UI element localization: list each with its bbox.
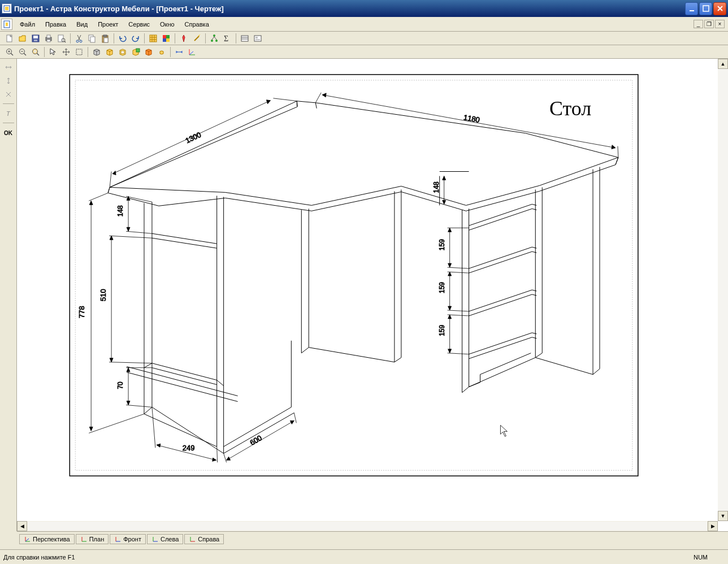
scroll-track[interactable] <box>718 69 728 511</box>
redo-button[interactable] <box>129 33 142 44</box>
tree-button[interactable] <box>208 33 220 44</box>
svg-rect-1 <box>5 7 8 10</box>
box-small-button[interactable] <box>155 46 168 58</box>
separator-icon <box>3 123 14 124</box>
copy-button[interactable] <box>86 33 98 44</box>
zoom-out-button[interactable] <box>16 46 29 58</box>
wand-button[interactable] <box>190 33 203 44</box>
separator-icon <box>114 33 114 44</box>
axis-icon <box>114 536 121 543</box>
tab-front[interactable]: Фронт <box>110 534 146 544</box>
snap2-button[interactable] <box>2 75 15 87</box>
separator-icon <box>175 33 175 44</box>
card-button[interactable] <box>239 33 251 44</box>
dim-510: 510 <box>99 289 107 301</box>
tab-perspective[interactable]: Перспектива <box>19 534 75 544</box>
cut-button[interactable] <box>73 33 85 44</box>
axis-button[interactable] <box>186 46 198 58</box>
menu-file[interactable]: Файл <box>15 19 40 29</box>
svg-rect-24 <box>163 35 166 38</box>
text-button[interactable]: T <box>2 107 15 120</box>
scroll-up-icon[interactable]: ▲ <box>718 59 728 69</box>
mdi-close-button[interactable]: × <box>715 20 725 28</box>
mdi-restore-button[interactable]: ❐ <box>704 20 714 28</box>
svg-rect-37 <box>255 37 258 38</box>
menu-window[interactable]: Окно <box>155 19 180 29</box>
select-button[interactable] <box>47 46 59 58</box>
view-tabs: Перспектива План Фронт Слева Справа <box>17 531 728 546</box>
svg-line-47 <box>37 53 39 55</box>
color-button[interactable] <box>160 33 172 44</box>
label-button[interactable] <box>252 33 264 44</box>
box-gray-button[interactable] <box>90 46 103 58</box>
zoom-window-button[interactable] <box>29 46 42 58</box>
menu-view[interactable]: Вид <box>71 19 93 29</box>
dimension-button[interactable] <box>173 46 185 58</box>
svg-rect-48 <box>33 50 37 53</box>
drawing-canvas[interactable]: Стол <box>17 59 718 521</box>
snap3-button[interactable] <box>2 88 15 101</box>
svg-line-28 <box>194 36 199 41</box>
tab-label: Перспектива <box>33 536 70 543</box>
tab-label: План <box>89 536 105 543</box>
close-button[interactable] <box>713 2 726 15</box>
tab-right[interactable]: Справа <box>184 534 224 544</box>
status-num: NUM <box>694 554 725 561</box>
status-hint: Для справки нажмите F1 <box>3 554 75 561</box>
minimize-button[interactable] <box>685 2 698 15</box>
mdi-minimize-button[interactable]: _ <box>694 20 703 28</box>
scroll-track[interactable] <box>27 521 708 531</box>
maximize-button[interactable] <box>699 2 712 15</box>
scroll-down-icon[interactable]: ▼ <box>718 511 728 521</box>
tab-label: Справа <box>198 536 219 543</box>
snap1-button[interactable] <box>2 61 15 73</box>
box-yellow-button[interactable] <box>103 46 116 58</box>
box-orange-button[interactable] <box>142 46 155 58</box>
pin-button[interactable] <box>177 33 190 44</box>
tab-label: Слева <box>161 536 179 543</box>
svg-rect-22 <box>104 38 108 42</box>
dim-148b: 148 <box>432 181 440 193</box>
save-button[interactable] <box>29 33 42 44</box>
dim-159b: 159 <box>438 282 446 293</box>
menu-project[interactable]: Проект <box>93 19 123 29</box>
document-icon <box>1 19 12 30</box>
svg-line-55 <box>189 51 193 55</box>
new-button[interactable] <box>3 33 16 44</box>
left-toolbar: T OK <box>0 59 17 531</box>
scroll-right-icon[interactable]: ▶ <box>708 521 718 531</box>
menu-help[interactable]: Справка <box>180 19 214 29</box>
scroll-left-icon[interactable]: ◀ <box>17 521 27 531</box>
print-button[interactable] <box>42 33 55 44</box>
selection-box-button[interactable] <box>73 46 85 58</box>
horizontal-scrollbar[interactable]: ◀ ▶ <box>17 521 718 531</box>
open-button[interactable] <box>16 33 29 44</box>
dim-70: 70 <box>116 381 124 389</box>
paste-button[interactable] <box>99 33 111 44</box>
svg-rect-49 <box>76 49 82 55</box>
svg-rect-19 <box>90 37 95 42</box>
ok-button[interactable]: OK <box>2 127 15 139</box>
tab-plan[interactable]: План <box>76 534 109 544</box>
svg-rect-8 <box>33 36 38 38</box>
print-preview-button[interactable] <box>55 33 68 44</box>
menu-service[interactable]: Сервис <box>123 19 155 29</box>
box-green-button[interactable] <box>129 46 142 58</box>
move-button[interactable] <box>60 46 72 58</box>
separator-icon <box>88 47 88 57</box>
svg-rect-27 <box>166 38 170 42</box>
undo-button[interactable] <box>116 33 129 44</box>
svg-rect-26 <box>163 38 166 42</box>
separator-icon <box>236 33 236 44</box>
tab-left[interactable]: Слева <box>147 534 183 544</box>
dim-249: 249 <box>183 444 195 452</box>
grid-button[interactable] <box>147 33 159 44</box>
svg-rect-25 <box>166 35 170 38</box>
menu-edit[interactable]: Правка <box>40 19 71 29</box>
zoom-in-button[interactable] <box>3 46 16 58</box>
box-open-button[interactable] <box>116 46 129 58</box>
svg-rect-51 <box>136 49 140 52</box>
sum-button[interactable]: Σ <box>221 33 233 44</box>
app-icon <box>2 3 12 14</box>
vertical-scrollbar[interactable]: ▲ ▼ <box>718 59 728 521</box>
